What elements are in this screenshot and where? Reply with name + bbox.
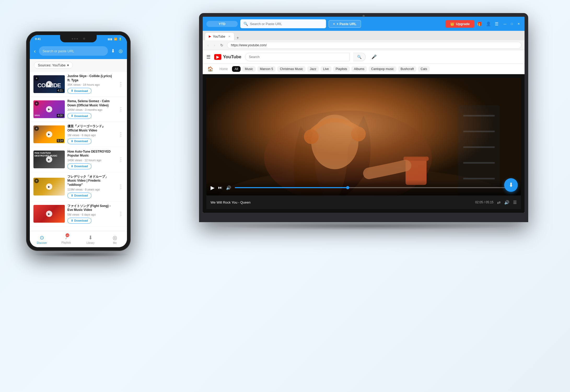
yt-mic-icon[interactable]: 🎤 [371, 54, 377, 59]
menu-icon[interactable]: ☰ [495, 21, 498, 26]
filter-cantopop[interactable]: Cantopop music [369, 66, 397, 72]
filter-jazz[interactable]: Jazz [307, 66, 319, 72]
maximize-button[interactable]: □ [509, 21, 514, 26]
nav-tab-library[interactable]: ⬇ Library [78, 231, 103, 247]
app-search-bar[interactable]: 🔍 [240, 19, 326, 28]
playlist-icon[interactable]: ☰ [513, 200, 517, 205]
filter-christmas[interactable]: Christmas Music [277, 66, 306, 72]
discover-icon: ⊙ [40, 234, 44, 241]
download-button-2[interactable]: ⬇ Download [67, 138, 91, 144]
video-info-2: 優里『メリーゴーランド』Official Music Video 1M view… [67, 124, 115, 144]
browser-nav: ‹ › ↻ https://www.youtube.com/ [203, 40, 525, 50]
more-options-5[interactable]: ⋮ [119, 211, 123, 217]
download-button-5[interactable]: ⬇ Download [67, 218, 91, 224]
video-title-0: Justine Skye - Collide (Lyrics) ft. Tyga [67, 74, 115, 82]
more-options-2[interactable]: ⋮ [119, 131, 123, 137]
youtube-tab[interactable]: ▶ YouTube ✕ [205, 32, 234, 40]
phone-search-placeholder: Search or paste URL [43, 49, 74, 53]
gift-icon[interactable]: 🎁 [477, 21, 482, 26]
source-dropdown-button[interactable]: Sources: YouTube ▾ [34, 62, 73, 69]
new-tab-button[interactable]: + [235, 36, 240, 40]
search-input[interactable] [250, 22, 323, 26]
filter-live[interactable]: Live [321, 66, 331, 72]
now-playing-bar: We Will Rock You - Queen 02:05 / 05:15 ⇄… [206, 195, 521, 209]
phone-search-bar[interactable]: Search or paste URL [39, 46, 108, 56]
more-options-0[interactable]: ⋮ [119, 81, 123, 87]
account-icon[interactable]: 👤 [486, 21, 491, 26]
filter-all[interactable]: All [232, 66, 241, 72]
refresh-button[interactable]: ↻ [219, 42, 225, 48]
phone-download-icon[interactable]: ⬇ [111, 48, 115, 54]
add-to-playlist-1[interactable]: + [34, 101, 39, 106]
add-to-playlist-4[interactable]: + [34, 178, 39, 183]
me-label: Me [113, 241, 117, 244]
filter-music[interactable]: Music [242, 66, 255, 72]
playlists-badge: 15 [66, 233, 69, 237]
more-options-4[interactable]: ⋮ [119, 184, 123, 189]
skip-button[interactable]: ⏭ [218, 185, 222, 190]
me-icon: ◎ [113, 234, 117, 241]
more-options-1[interactable]: ⋮ [119, 106, 123, 112]
phone-camera [83, 38, 85, 40]
laptop-screen: YTD 🔍 + + Paste URL 👑 Upgrade 🎁 👤 [203, 17, 525, 213]
nav-tab-me[interactable]: ◎ Me [103, 231, 127, 247]
tab-close-button[interactable]: ✕ [228, 35, 230, 38]
download-button-4[interactable]: ⬇ Download [67, 193, 91, 199]
window-controls: — □ ✕ [503, 21, 521, 26]
laptop-device: YTD 🔍 + + Paste URL 👑 Upgrade 🎁 👤 [199, 13, 539, 240]
yt-search-button[interactable]: 🔍 [353, 53, 366, 61]
browser-tabs: ▶ YouTube ✕ + [203, 31, 525, 40]
video-player[interactable]: ▶ ⏭ 🔊 [206, 78, 521, 195]
paste-url-button[interactable]: + + Paste URL [329, 20, 361, 28]
download-button-3[interactable]: ⬇ Download [67, 163, 91, 169]
video-thumbnail-5: ▶ [33, 205, 65, 223]
app-logo: YTD [206, 21, 238, 27]
volume-button[interactable]: 🔊 [226, 185, 231, 190]
phone-notch [60, 35, 97, 42]
list-item: + ▶ 5:14 優里『メリーゴーランド』Official Music Vide… [30, 122, 127, 147]
video-meta-4: 119M views · 8 years ago [67, 188, 115, 191]
svg-point-4 [311, 115, 358, 169]
download-fab-button[interactable]: ⬇ [504, 178, 518, 192]
yt-filter-bar: 🏠 Home All Music Maroon 5 Christmas Musi… [203, 64, 525, 74]
minimize-button[interactable]: — [503, 21, 507, 26]
video-info-4: フレデリック「オドループ」Music Video | Frederic "odd… [67, 175, 115, 199]
playback-time: 02:05 / 05:15 [475, 200, 493, 204]
phone-source-selector: Sources: YouTube ▾ [30, 59, 127, 72]
video-title-1: Rema, Selena Gomez - Calm Down (Official… [67, 99, 115, 107]
shuffle-icon[interactable]: ⇄ [497, 200, 501, 205]
playlists-label: Playlists [61, 241, 71, 244]
yt-search-input[interactable] [245, 53, 350, 61]
url-bar[interactable]: https://www.youtube.com/ [227, 42, 521, 49]
play-button[interactable]: ▶ [211, 185, 214, 191]
progress-fill [235, 187, 348, 188]
discover-label: Discover [37, 241, 47, 244]
phone-back-button[interactable]: ‹ [34, 48, 36, 54]
svg-rect-0 [206, 78, 521, 195]
more-options-3[interactable]: ⋮ [119, 157, 123, 162]
filter-cats[interactable]: Cats [418, 66, 430, 72]
filter-bushcraft[interactable]: Bushcraft [398, 66, 417, 72]
download-button-1[interactable]: ⬇ Download [67, 113, 91, 119]
upgrade-button[interactable]: 👑 Upgrade [445, 20, 474, 28]
forward-button[interactable]: › [212, 42, 217, 48]
filter-maroon5[interactable]: Maroon 5 [257, 66, 276, 72]
add-to-playlist-2[interactable]: + [34, 126, 39, 131]
yt-menu-icon[interactable]: ☰ [206, 54, 211, 60]
laptop-camera [363, 15, 365, 17]
volume-icon[interactable]: 🔊 [504, 200, 509, 205]
play-icon-4: ▶ [46, 183, 52, 190]
yt-home-button[interactable]: 🏠 [205, 65, 215, 73]
nav-tab-playlists[interactable]: ♪ 15 Playlists [54, 231, 78, 247]
filter-albums[interactable]: Albums [351, 66, 367, 72]
progress-bar[interactable] [235, 187, 517, 188]
nav-tab-discover[interactable]: ⊙ Discover [30, 231, 54, 247]
phone-discover-icon[interactable]: ◎ [119, 48, 123, 54]
filter-playlists[interactable]: Playlists [333, 66, 350, 72]
close-button[interactable]: ✕ [516, 21, 521, 26]
download-button-0[interactable]: ⬇ Download [67, 88, 91, 94]
back-button[interactable]: ‹ [206, 42, 210, 48]
wifi-icon: 📶 [114, 38, 117, 41]
yt-video-section: ▶ ⏭ 🔊 ⬇ [203, 74, 525, 213]
video-thumbnail-3: ▶ How AutoTune DESTROYED MUSIC [33, 151, 65, 168]
